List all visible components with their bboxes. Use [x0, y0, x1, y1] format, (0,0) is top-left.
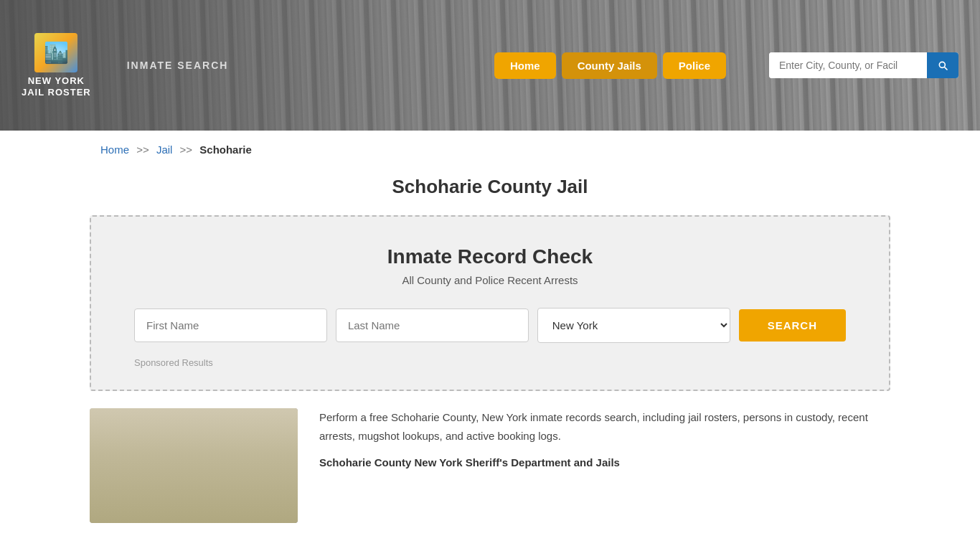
header-content: 🏙️ NEW YORK JAIL ROSTER INMATE SEARCH Ho…	[0, 0, 980, 131]
building-facade	[90, 408, 298, 523]
record-check-subtitle: All County and Police Recent Arrests	[134, 274, 846, 286]
search-icon	[937, 60, 948, 71]
page-title: Schoharie County Jail	[0, 176, 980, 198]
main-nav: Home County Jails Police	[494, 52, 726, 79]
inmate-search-label: INMATE SEARCH	[127, 60, 229, 71]
breadcrumb: Home >> Jail >> Schoharie	[0, 131, 980, 169]
logo-icon: 🏙️	[34, 33, 77, 72]
nav-police-button[interactable]: Police	[663, 52, 726, 79]
content-section: Perform a free Schoharie County, New Yor…	[90, 408, 890, 523]
description-paragraph1: Perform a free Schoharie County, New Yor…	[319, 408, 890, 445]
first-name-input[interactable]	[134, 309, 327, 342]
breadcrumb-sep-1: >>	[136, 143, 149, 156]
site-header: 🏙️ NEW YORK JAIL ROSTER INMATE SEARCH Ho…	[0, 0, 980, 131]
breadcrumb-jail[interactable]: Jail	[156, 143, 173, 156]
header-search-bar	[769, 52, 958, 78]
breadcrumb-current: Schoharie	[199, 143, 252, 156]
building-image	[90, 408, 298, 523]
state-select[interactable]: AlabamaAlaskaArizonaArkansasCaliforniaCo…	[537, 308, 730, 343]
record-check-form: AlabamaAlaskaArizonaArkansasCaliforniaCo…	[134, 308, 846, 343]
content-text: Perform a free Schoharie County, New Yor…	[319, 408, 890, 523]
breadcrumb-home[interactable]: Home	[100, 143, 129, 156]
description-bold-line: Schoharie County New York Sheriff's Depa…	[319, 453, 890, 472]
nav-county-jails-button[interactable]: County Jails	[562, 52, 657, 79]
breadcrumb-sep-2: >>	[180, 143, 193, 156]
record-check-section: Inmate Record Check All County and Polic…	[90, 215, 890, 391]
header-search-button[interactable]	[927, 52, 958, 78]
logo-emoji: 🏙️	[44, 41, 69, 65]
logo-text: NEW YORK JAIL ROSTER	[22, 75, 91, 98]
sponsored-label: Sponsored Results	[134, 357, 846, 368]
record-check-title: Inmate Record Check	[134, 245, 846, 268]
last-name-input[interactable]	[336, 309, 529, 342]
search-button[interactable]: SEARCH	[739, 309, 846, 342]
header-search-input[interactable]	[769, 52, 927, 78]
nav-home-button[interactable]: Home	[494, 52, 556, 79]
logo-block[interactable]: 🏙️ NEW YORK JAIL ROSTER	[22, 33, 91, 98]
